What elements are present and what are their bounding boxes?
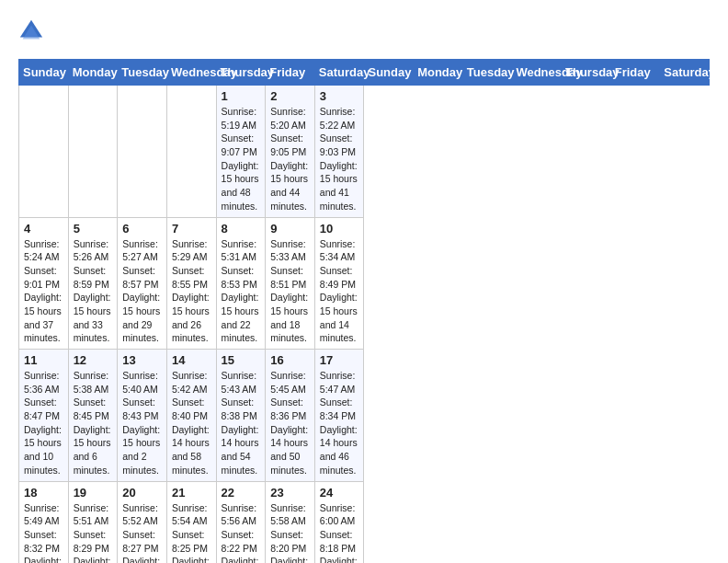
day-number: 7 (172, 222, 211, 236)
calendar-day-cell: 8Sunrise: 5:31 AM Sunset: 8:53 PM Daylig… (216, 217, 266, 350)
day-info: Sunrise: 5:49 AM Sunset: 8:32 PM Dayligh… (24, 501, 63, 564)
calendar-day-cell (68, 86, 118, 218)
calendar-day-cell: 10Sunrise: 5:34 AM Sunset: 8:49 PM Dayli… (314, 217, 364, 350)
calendar-day-cell: 11Sunrise: 5:36 AM Sunset: 8:47 PM Dayli… (19, 350, 69, 482)
calendar-day-cell: 14Sunrise: 5:42 AM Sunset: 8:40 PM Dayli… (166, 350, 216, 482)
day-of-week-header: Tuesday (462, 60, 512, 86)
day-number: 10 (320, 222, 359, 236)
day-info: Sunrise: 6:00 AM Sunset: 8:18 PM Dayligh… (320, 501, 359, 564)
calendar-day-cell: 20Sunrise: 5:52 AM Sunset: 8:27 PM Dayli… (118, 481, 167, 563)
day-number: 13 (122, 353, 162, 367)
day-number: 9 (270, 222, 310, 236)
calendar-day-cell: 2Sunrise: 5:20 AM Sunset: 9:05 PM Daylig… (266, 86, 315, 218)
day-number: 21 (172, 486, 211, 500)
day-of-week-header: Friday (610, 60, 660, 86)
day-info: Sunrise: 5:45 AM Sunset: 8:36 PM Dayligh… (270, 369, 310, 477)
calendar-day-cell: 24Sunrise: 6:00 AM Sunset: 8:18 PM Dayli… (314, 481, 364, 563)
day-of-week-header: Monday (68, 60, 118, 86)
day-info: Sunrise: 5:58 AM Sunset: 8:20 PM Dayligh… (270, 501, 310, 564)
calendar-week-row: 4Sunrise: 5:24 AM Sunset: 9:01 PM Daylig… (19, 217, 710, 350)
day-info: Sunrise: 5:54 AM Sunset: 8:25 PM Dayligh… (172, 501, 211, 564)
day-info: Sunrise: 5:43 AM Sunset: 8:38 PM Dayligh… (222, 369, 261, 477)
day-number: 17 (320, 353, 359, 367)
day-number: 2 (270, 89, 310, 103)
calendar-day-cell: 19Sunrise: 5:51 AM Sunset: 8:29 PM Dayli… (68, 481, 118, 563)
calendar-day-cell: 1Sunrise: 5:19 AM Sunset: 9:07 PM Daylig… (216, 86, 266, 218)
day-of-week-header: Monday (414, 60, 463, 86)
calendar-day-cell: 15Sunrise: 5:43 AM Sunset: 8:38 PM Dayli… (216, 350, 266, 482)
day-info: Sunrise: 5:52 AM Sunset: 8:27 PM Dayligh… (122, 501, 162, 564)
day-info: Sunrise: 5:42 AM Sunset: 8:40 PM Dayligh… (172, 369, 211, 477)
calendar-week-row: 18Sunrise: 5:49 AM Sunset: 8:32 PM Dayli… (19, 481, 710, 563)
day-of-week-header: Friday (266, 60, 315, 86)
day-number: 14 (172, 353, 211, 367)
calendar-week-row: 11Sunrise: 5:36 AM Sunset: 8:47 PM Dayli… (19, 350, 710, 482)
calendar-week-row: 1Sunrise: 5:19 AM Sunset: 9:07 PM Daylig… (19, 86, 710, 218)
day-number: 8 (222, 222, 261, 236)
day-number: 19 (74, 486, 113, 500)
day-info: Sunrise: 5:20 AM Sunset: 9:05 PM Dayligh… (270, 105, 310, 213)
day-info: Sunrise: 5:19 AM Sunset: 9:07 PM Dayligh… (222, 105, 261, 213)
day-number: 5 (74, 222, 113, 236)
day-info: Sunrise: 5:51 AM Sunset: 8:29 PM Dayligh… (74, 501, 113, 564)
day-number: 24 (320, 486, 359, 500)
day-of-week-header: Wednesday (512, 60, 562, 86)
day-of-week-header: Tuesday (118, 60, 167, 86)
day-info: Sunrise: 5:22 AM Sunset: 9:03 PM Dayligh… (320, 105, 359, 213)
day-info: Sunrise: 5:56 AM Sunset: 8:22 PM Dayligh… (222, 501, 261, 564)
day-number: 11 (24, 353, 63, 367)
calendar-day-cell: 13Sunrise: 5:40 AM Sunset: 8:43 PM Dayli… (118, 350, 167, 482)
day-of-week-header: Saturday (314, 60, 364, 86)
day-of-week-header: Wednesday (166, 60, 216, 86)
day-number: 16 (270, 353, 310, 367)
logo (18, 18, 48, 44)
logo-icon (18, 18, 44, 44)
calendar-day-cell: 7Sunrise: 5:29 AM Sunset: 8:55 PM Daylig… (166, 217, 216, 350)
day-of-week-header: Thursday (562, 60, 611, 86)
calendar-day-cell: 16Sunrise: 5:45 AM Sunset: 8:36 PM Dayli… (266, 350, 315, 482)
day-number: 20 (122, 486, 162, 500)
day-info: Sunrise: 5:31 AM Sunset: 8:53 PM Dayligh… (222, 237, 261, 346)
calendar-day-cell: 21Sunrise: 5:54 AM Sunset: 8:25 PM Dayli… (166, 481, 216, 563)
day-of-week-header: Sunday (19, 60, 69, 86)
day-number: 23 (270, 486, 310, 500)
calendar-day-cell: 22Sunrise: 5:56 AM Sunset: 8:22 PM Dayli… (216, 481, 266, 563)
calendar-day-cell: 3Sunrise: 5:22 AM Sunset: 9:03 PM Daylig… (314, 86, 364, 218)
calendar-day-cell: 17Sunrise: 5:47 AM Sunset: 8:34 PM Dayli… (314, 350, 364, 482)
day-number: 4 (24, 222, 63, 236)
day-number: 12 (74, 353, 113, 367)
day-info: Sunrise: 5:36 AM Sunset: 8:47 PM Dayligh… (24, 369, 63, 477)
day-info: Sunrise: 5:33 AM Sunset: 8:51 PM Dayligh… (270, 237, 310, 346)
day-info: Sunrise: 5:38 AM Sunset: 8:45 PM Dayligh… (74, 369, 113, 477)
day-info: Sunrise: 5:27 AM Sunset: 8:57 PM Dayligh… (122, 237, 162, 346)
day-info: Sunrise: 5:26 AM Sunset: 8:59 PM Dayligh… (74, 237, 113, 346)
day-number: 15 (222, 353, 261, 367)
day-info: Sunrise: 5:47 AM Sunset: 8:34 PM Dayligh… (320, 369, 359, 477)
calendar-day-cell: 23Sunrise: 5:58 AM Sunset: 8:20 PM Dayli… (266, 481, 315, 563)
day-number: 1 (222, 89, 261, 103)
day-info: Sunrise: 5:29 AM Sunset: 8:55 PM Dayligh… (172, 237, 211, 346)
day-info: Sunrise: 5:40 AM Sunset: 8:43 PM Dayligh… (122, 369, 162, 477)
day-number: 18 (24, 486, 63, 500)
calendar-table: SundayMondayTuesdayWednesdayThursdayFrid… (18, 59, 710, 563)
day-of-week-header: Sunday (364, 60, 414, 86)
calendar-day-cell (118, 86, 167, 218)
day-number: 3 (320, 89, 359, 103)
calendar-day-cell (166, 86, 216, 218)
calendar-day-cell: 5Sunrise: 5:26 AM Sunset: 8:59 PM Daylig… (68, 217, 118, 350)
calendar-day-cell: 6Sunrise: 5:27 AM Sunset: 8:57 PM Daylig… (118, 217, 167, 350)
day-number: 6 (122, 222, 162, 236)
calendar-header-row: SundayMondayTuesdayWednesdayThursdayFrid… (19, 60, 710, 86)
day-number: 22 (222, 486, 261, 500)
day-info: Sunrise: 5:24 AM Sunset: 9:01 PM Dayligh… (24, 237, 63, 346)
calendar-day-cell: 9Sunrise: 5:33 AM Sunset: 8:51 PM Daylig… (266, 217, 315, 350)
day-info: Sunrise: 5:34 AM Sunset: 8:49 PM Dayligh… (320, 237, 359, 346)
calendar-day-cell: 4Sunrise: 5:24 AM Sunset: 9:01 PM Daylig… (19, 217, 69, 350)
calendar-day-cell: 12Sunrise: 5:38 AM Sunset: 8:45 PM Dayli… (68, 350, 118, 482)
page-header (18, 18, 710, 44)
day-of-week-header: Thursday (216, 60, 266, 86)
calendar-day-cell (19, 86, 69, 218)
day-of-week-header: Saturday (660, 60, 710, 86)
calendar-day-cell: 18Sunrise: 5:49 AM Sunset: 8:32 PM Dayli… (19, 481, 69, 563)
